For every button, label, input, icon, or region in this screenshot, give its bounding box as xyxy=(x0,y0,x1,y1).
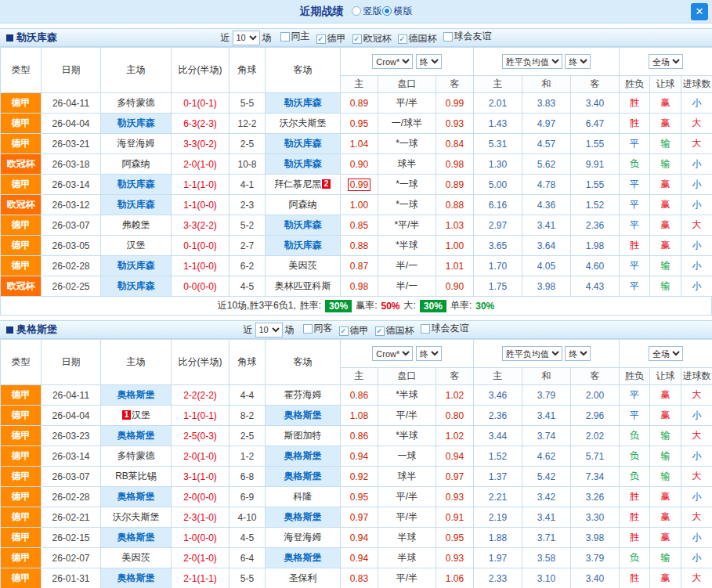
home-team[interactable]: RB莱比锡 xyxy=(101,467,172,487)
home-team[interactable]: 沃尔夫斯堡 xyxy=(101,507,172,528)
home-odds: 0.94 xyxy=(341,446,378,467)
home-team[interactable]: 勒沃库森 xyxy=(101,276,172,297)
result-wdl: 平 xyxy=(620,406,650,426)
filter-checkbox[interactable]: 球会友谊 xyxy=(421,322,469,335)
away-team[interactable]: 沃尔夫斯堡 xyxy=(266,114,341,134)
bookmaker-select[interactable]: Crow* xyxy=(372,54,413,69)
away-team[interactable]: 海登海姆 xyxy=(266,528,341,548)
match-score: 1-1(0-1) xyxy=(172,406,230,426)
home-team[interactable]: 勒沃库森 xyxy=(101,114,172,134)
checkbox-icon[interactable] xyxy=(421,324,430,334)
match-count-select[interactable]: 10 xyxy=(255,323,283,337)
home-team[interactable]: 勒沃库森 xyxy=(101,175,172,195)
checkbox-checked-icon[interactable]: ✓ xyxy=(352,34,362,44)
home-team[interactable]: 汉堡 xyxy=(101,236,172,256)
avg-select[interactable]: 胜平负均值 xyxy=(502,346,562,361)
away-team[interactable]: 奥格斯堡 xyxy=(266,406,341,426)
league-type: 德甲 xyxy=(1,568,42,588)
away-team[interactable]: 勒沃库森 xyxy=(266,236,341,256)
away-odds: 1.02 xyxy=(436,385,474,406)
col-home-odds: 主 xyxy=(341,76,378,93)
filter-checkbox[interactable]: ✓德国杯 xyxy=(398,32,437,45)
away-team[interactable]: 奥格斯堡 xyxy=(266,548,341,568)
checkbox-icon[interactable] xyxy=(280,32,290,41)
checkbox-label: 同客 xyxy=(314,322,333,335)
avg-time-select[interactable]: 终 xyxy=(565,54,591,69)
home-team[interactable]: 阿森纳 xyxy=(101,154,172,175)
checkbox-checked-icon[interactable]: ✓ xyxy=(375,326,385,336)
filter-checkbox[interactable]: ✓德国杯 xyxy=(375,324,414,337)
handicap-line: *一球 xyxy=(378,175,436,195)
checkbox-icon[interactable] xyxy=(303,324,313,334)
away-team[interactable]: 拜仁慕尼黑2 xyxy=(266,175,341,195)
filter-checkbox[interactable]: ✓欧冠杯 xyxy=(352,32,392,45)
result-goals: 小 xyxy=(681,406,712,426)
away-team[interactable]: 奥格斯堡 xyxy=(266,507,341,528)
checkbox-checked-icon[interactable]: ✓ xyxy=(339,326,349,336)
match-count-select[interactable]: 10 xyxy=(233,31,260,45)
home-team[interactable]: 多特蒙德 xyxy=(101,446,172,467)
away-team[interactable]: 奥格斯堡 xyxy=(266,446,341,467)
home-team[interactable]: 奥格斯堡 xyxy=(101,528,172,548)
home-team[interactable]: 美因茨 xyxy=(101,548,172,568)
away-team[interactable]: 勒沃库森 xyxy=(266,134,341,154)
away-team[interactable]: 勒沃库森 xyxy=(266,154,341,175)
avg-select[interactable]: 胜平负均值 xyxy=(502,54,562,69)
home-team[interactable]: 1汉堡 xyxy=(101,406,172,426)
home-team[interactable]: 奥格斯堡 xyxy=(101,487,172,507)
checkbox-checked-icon[interactable]: ✓ xyxy=(316,34,326,44)
away-team[interactable]: 勒沃库森 xyxy=(266,215,341,236)
filter-checkbox[interactable]: 同客 xyxy=(303,322,333,335)
home-team[interactable]: 勒沃库森 xyxy=(101,256,172,276)
away-team[interactable]: 奥林匹亚科斯 xyxy=(266,276,341,297)
match-score: 0-1(0-1) xyxy=(172,93,230,114)
home-team[interactable]: 勒沃库森 xyxy=(101,195,172,215)
away-team[interactable]: 奥格斯堡 xyxy=(266,467,341,487)
avg-draw-odds: 4.62 xyxy=(522,446,571,467)
away-team[interactable]: 科隆 xyxy=(266,487,341,507)
checkbox-icon[interactable] xyxy=(443,32,453,41)
away-odds: 0.84 xyxy=(436,134,474,154)
match-score: 2-2(2-2) xyxy=(172,385,230,406)
scope-select[interactable]: 全场 xyxy=(649,346,683,361)
filter-checkbox[interactable]: 同主 xyxy=(280,30,310,43)
league-type: 德甲 xyxy=(1,446,42,467)
filter-checkbox[interactable]: ✓德甲 xyxy=(316,32,346,45)
home-team[interactable]: 弗赖堡 xyxy=(101,215,172,236)
result-goals: 小 xyxy=(681,528,712,548)
home-team[interactable]: 多特蒙德 xyxy=(101,93,172,114)
corners: 2-5 xyxy=(230,134,266,154)
col-handicap: 盘口 xyxy=(378,76,436,93)
away-team[interactable]: 霍芬海姆 xyxy=(266,385,341,406)
layout-radio-horizontal[interactable]: 横版 xyxy=(382,5,413,18)
bookmaker-select[interactable]: Crow* xyxy=(372,346,413,361)
home-team[interactable]: 奥格斯堡 xyxy=(101,568,172,588)
layout-radio-vertical[interactable]: 竖版 xyxy=(352,5,382,18)
home-odds: 0.95 xyxy=(341,114,378,134)
close-button[interactable]: ✕ xyxy=(691,3,708,20)
avg-lose-odds: 2.96 xyxy=(571,406,620,426)
avg-lose-odds: 3.26 xyxy=(571,487,620,507)
avg-win-odds: 1.30 xyxy=(474,154,522,175)
col-score: 比分(半场) xyxy=(172,340,230,385)
checkbox-checked-icon[interactable]: ✓ xyxy=(398,34,407,44)
away-team[interactable]: 美因茨 xyxy=(266,256,341,276)
home-team[interactable]: 奥格斯堡 xyxy=(101,385,172,406)
radio-icon[interactable] xyxy=(382,6,392,16)
odds-time-select[interactable]: 终 xyxy=(416,54,442,69)
filter-checkbox[interactable]: 球会友谊 xyxy=(443,30,492,43)
radio-icon[interactable] xyxy=(352,6,361,16)
filter-checkbox[interactable]: ✓德甲 xyxy=(339,324,369,337)
away-team[interactable]: 圣保利 xyxy=(266,568,341,588)
away-team[interactable]: 勒沃库森 xyxy=(266,93,341,114)
scope-select[interactable]: 全场 xyxy=(649,54,683,69)
avg-lose-odds: 4.43 xyxy=(571,276,620,297)
home-team[interactable]: 海登海姆 xyxy=(101,134,172,154)
avg-time-select[interactable]: 终 xyxy=(565,346,591,361)
team-name: 奥格斯堡 xyxy=(16,323,57,337)
filter-checkbox-group: 同主✓德甲✓欧冠杯✓德国杯球会友谊 xyxy=(274,30,492,45)
home-team[interactable]: 奥格斯堡 xyxy=(101,426,172,446)
away-team[interactable]: 斯图加特 xyxy=(266,426,341,446)
odds-time-select[interactable]: 终 xyxy=(416,346,442,361)
away-team[interactable]: 阿森纳 xyxy=(266,195,341,215)
